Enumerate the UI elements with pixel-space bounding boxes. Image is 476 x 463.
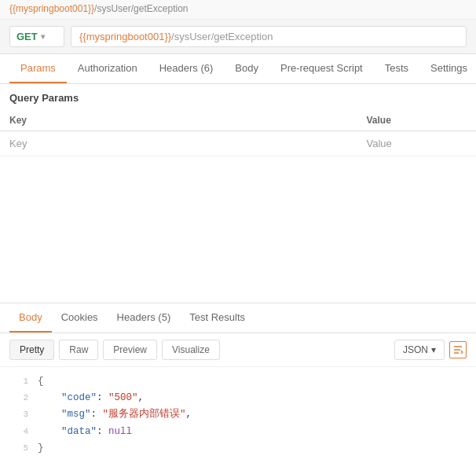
breadcrumb: {{myspringboot001}}/sysUser/getException xyxy=(0,0,476,20)
response-tab-body[interactable]: Body xyxy=(9,303,52,333)
code-line-1: 1 { xyxy=(0,373,476,390)
code-key-data: "data": null xyxy=(38,424,132,440)
code-brace-open: { xyxy=(38,373,44,390)
code-line-5: 5 } xyxy=(0,440,476,457)
main-container: {{myspringboot001}}/sysUser/getException… xyxy=(0,0,476,463)
response-tab-cookies[interactable]: Cookies xyxy=(52,303,108,333)
query-params-header: Query Params xyxy=(0,84,476,110)
breadcrumb-template: {{myspringboot001}} xyxy=(9,3,94,14)
url-display[interactable]: {{myspringboot001}}/sysUser/getException xyxy=(71,26,467,47)
response-tabs: Body Cookies Headers (5) Test Results xyxy=(0,303,476,333)
tab-headers[interactable]: Headers (6) xyxy=(148,54,225,83)
method-chevron: ▾ xyxy=(41,32,45,41)
language-select[interactable]: JSON ▾ xyxy=(394,340,445,360)
response-tab-test-results[interactable]: Test Results xyxy=(180,303,254,333)
lines-icon xyxy=(452,344,463,355)
language-chevron: ▾ xyxy=(431,344,436,355)
code-line-2: 2 "code": "500", xyxy=(0,390,476,406)
code-viewer: 1 { 2 "code": "500", 3 "msg": "服务器内部错误",… xyxy=(0,367,476,463)
format-icon-button[interactable] xyxy=(449,341,467,358)
params-value-input[interactable]: Value xyxy=(357,131,477,156)
line-num-5: 5 xyxy=(6,441,28,456)
url-bar: GET ▾ {{myspringboot001}}/sysUser/getExc… xyxy=(0,20,476,54)
code-line-3: 3 "msg": "服务器内部错误", xyxy=(0,406,476,423)
format-visualize[interactable]: Visualize xyxy=(162,340,220,360)
format-preview[interactable]: Preview xyxy=(103,340,157,360)
url-path-part: /sysUser/getException xyxy=(171,31,273,42)
language-label: JSON xyxy=(403,344,428,355)
line-num-3: 3 xyxy=(6,407,28,422)
params-key-input[interactable]: Key xyxy=(0,131,357,156)
params-col-value: Value xyxy=(357,110,477,131)
response-section: Body Cookies Headers (5) Test Results Pr… xyxy=(0,303,476,463)
code-line-4: 4 "data": null xyxy=(0,424,476,440)
code-key-code: "code": "500", xyxy=(38,390,144,406)
params-row-placeholder: Key Value xyxy=(0,131,476,156)
params-table: Key Value Key Value xyxy=(0,110,476,156)
top-section: GET ▾ {{myspringboot001}}/sysUser/getExc… xyxy=(0,20,476,156)
line-num-1: 1 xyxy=(6,374,28,389)
middle-spacer xyxy=(0,156,476,303)
line-num-4: 4 xyxy=(6,424,28,439)
code-key-msg: "msg": "服务器内部错误", xyxy=(38,406,192,423)
line-num-2: 2 xyxy=(6,391,28,406)
tab-tests[interactable]: Tests xyxy=(374,54,419,83)
params-col-key: Key xyxy=(0,110,357,131)
method-select[interactable]: GET ▾ xyxy=(9,26,64,47)
format-pretty[interactable]: Pretty xyxy=(9,340,54,360)
request-tabs: Params Authorization Headers (6) Body Pr… xyxy=(0,54,476,84)
method-label: GET xyxy=(16,31,38,42)
tab-prerequest[interactable]: Pre-request Script xyxy=(269,54,374,83)
url-template-part: {{myspringboot001}} xyxy=(79,31,171,42)
response-controls: Pretty Raw Preview Visualize JSON ▾ xyxy=(0,333,476,367)
code-brace-close: } xyxy=(38,440,44,457)
tab-body[interactable]: Body xyxy=(224,54,269,83)
tab-params[interactable]: Params xyxy=(9,54,67,83)
response-tab-headers[interactable]: Headers (5) xyxy=(108,303,181,333)
breadcrumb-text: {{myspringboot001}}/sysUser/getException xyxy=(9,3,188,14)
tab-settings[interactable]: Settings xyxy=(419,54,476,83)
tab-authorization[interactable]: Authorization xyxy=(67,54,148,83)
format-raw[interactable]: Raw xyxy=(59,340,98,360)
breadcrumb-path: /sysUser/getException xyxy=(94,3,188,14)
